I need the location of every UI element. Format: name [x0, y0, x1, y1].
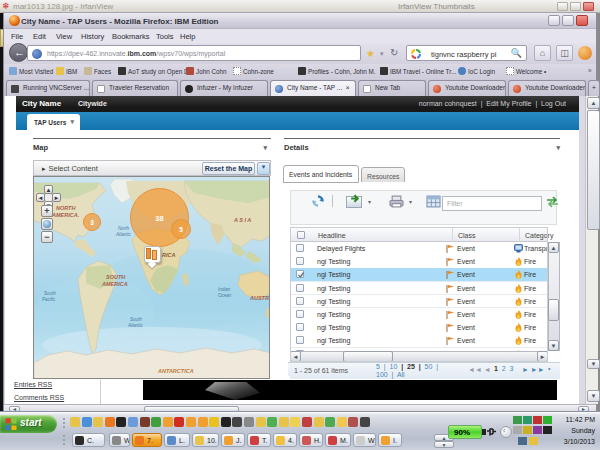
svg-text:Ocean: Ocean	[218, 293, 232, 298]
svg-text:South: South	[130, 317, 142, 322]
svg-text:Indian: Indian	[218, 287, 231, 292]
svg-text:SOUTH: SOUTH	[106, 274, 126, 280]
svg-text:AUSTRAL: AUSTRAL	[249, 295, 270, 301]
svg-text:A S I A: A S I A	[233, 217, 251, 223]
svg-text:Atlantic: Atlantic	[127, 323, 144, 328]
svg-text:AMERICA: AMERICA	[101, 281, 128, 287]
svg-text:Atlantic: Atlantic	[115, 232, 132, 237]
svg-text:AMERICA.: AMERICA.	[51, 212, 80, 218]
svg-text:ANTARCTICA: ANTARCTICA	[157, 368, 194, 374]
svg-text:North: North	[118, 226, 130, 231]
svg-text:RICA: RICA	[162, 252, 175, 258]
svg-text:South: South	[44, 291, 56, 296]
svg-text:NORTH: NORTH	[56, 205, 76, 211]
svg-text:Pacific: Pacific	[42, 297, 56, 302]
